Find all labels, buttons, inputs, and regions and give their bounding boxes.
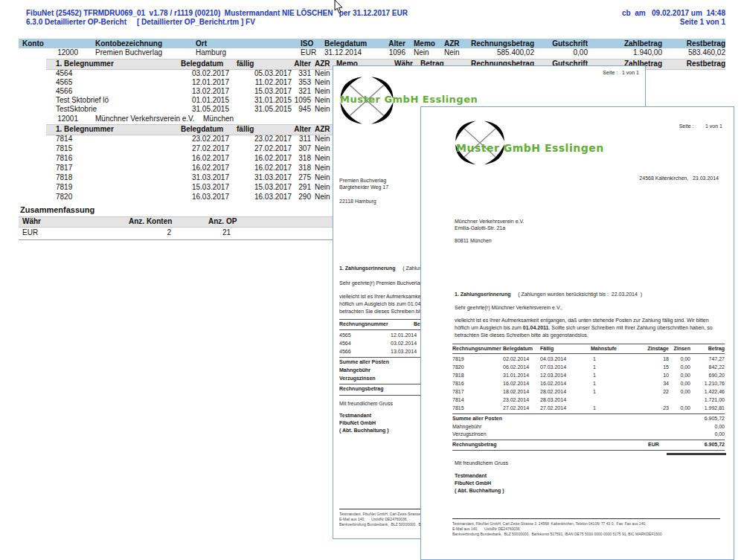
letter2-th-rechnungsnummer: Rechnungsnummer: [452, 346, 501, 351]
op-belegdatum: 16.02.2017: [179, 154, 229, 162]
letter2-logo-text: Muster GmbH Esslingen: [456, 142, 604, 154]
dun-row-nr: 7820: [452, 364, 464, 370]
dun-row-faellig: 27.02.2014: [540, 405, 566, 411]
letter2-total-label: Rechnungsbetrag: [452, 442, 497, 447]
op-alter: 275: [284, 173, 311, 181]
sub-col-azr: AZR: [315, 59, 330, 68]
op-azr: Nein: [315, 183, 330, 191]
op-belegnummer: 7816: [56, 154, 72, 162]
op-belegdatum: 12.01.2017: [179, 78, 229, 86]
letter1-row-beleg: 13.03.2014: [391, 349, 417, 354]
col-konto: Konto: [22, 39, 44, 48]
letter2-table-rule: [452, 450, 725, 451]
account-gutschrift: 0,00: [540, 48, 588, 57]
op-azr: Nein: [315, 135, 330, 143]
op-belegdatum: 01.01.2015: [179, 96, 229, 104]
op-azr: Nein: [315, 154, 330, 162]
letter2-th-faellig: Fällig: [540, 346, 554, 351]
op-azr: Nein: [315, 144, 330, 152]
op-alter: 318: [284, 154, 311, 162]
op-alter: 290: [284, 193, 311, 201]
letter2-signature-line: ( Abt. Buchhaltung ): [455, 488, 504, 493]
sub-col-faellig: fällig: [237, 59, 254, 68]
col-alter: Alter: [372, 39, 405, 48]
account-city: München: [203, 115, 234, 123]
op-belegnummer: 4565: [56, 78, 72, 86]
letter2-footer-line: Bankverbindung Bundesbank, BLZ 50000000,…: [452, 532, 662, 536]
account-city: Hamburg: [196, 48, 226, 57]
report-page-info: Seite 1 von 1: [680, 18, 725, 26]
dun-row-beleg: 18.02.2014: [503, 389, 529, 394]
op-belegnummer: 4564: [56, 69, 72, 77]
dun-row-faellig: 04.03.2014: [540, 356, 566, 361]
letter1-signature-line: ( Abt. Buchhaltung ): [339, 428, 389, 433]
sub-col-restbetrag: Restbetrag: [666, 59, 725, 68]
dun-row-betrag: 747,27: [680, 356, 725, 361]
letter1-row-nr: 4566: [339, 349, 351, 354]
report-print-info: cb am 09.02.2017 um 14:48: [622, 9, 725, 17]
op-faellig: 11.02.2017: [237, 78, 292, 86]
letter2-recipient-line: Emilia-Galotti-Str. 21a: [455, 225, 505, 231]
col-zahlbetrag: Zahlbetrag: [595, 39, 662, 48]
dun-row-betrag: 1.721,00: [680, 397, 725, 402]
op-faellig: 15.03.2017: [237, 87, 292, 95]
op-faellig: 27.02.2017: [237, 144, 292, 152]
op-belegdatum: 15.03.2017: [179, 183, 229, 191]
sub-col-alter: Alter: [284, 125, 311, 133]
dun-row-faellig: 16.02.2014: [540, 381, 566, 386]
account-iso: EUR: [301, 48, 316, 57]
op-alter: 321: [284, 87, 311, 95]
op-belegnummer: 7817: [56, 164, 72, 172]
letter1-total-label: Rechnungsbetrag: [339, 386, 384, 391]
dun-row-beleg: 27.02.2014: [503, 405, 529, 411]
col-belegdatum: Belegdatum: [324, 39, 367, 48]
op-faellig: 16.03.2017: [237, 193, 292, 201]
dun-row-nr: 7816: [452, 381, 464, 386]
letter2-footer-line: Testmandant, FibuNet GmbH, Carl-Zeiss-St…: [452, 521, 647, 526]
col-kontobezeichnung: Kontobezeichnung: [95, 39, 162, 48]
op-alter: 307: [284, 144, 311, 152]
letter2-recipient-line: 80811 München: [455, 238, 492, 243]
letter2-th-mahnstufe: Mahnstufe: [591, 346, 617, 351]
account-name: Münchner Verkehrsverein e.V.: [95, 115, 195, 123]
letter1-recipient-line: Bargteheider Weg 17: [339, 184, 388, 190]
letter-page-2[interactable]: Seite : 1 von 1 Muster GmbH Esslingen 24…: [420, 106, 734, 560]
letter1-closing: Mit freundlichem Gruss: [339, 401, 393, 406]
letter2-th-belegdatum: Belegdatum: [503, 346, 533, 351]
op-alter: 353: [284, 78, 311, 86]
dun-row-beleg: 23.02.2014: [503, 397, 529, 402]
dun-row-faellig: 07.03.2014: [540, 364, 566, 370]
sub-col-belegdatum: Belegdatum: [181, 59, 223, 68]
op-azr: Nein: [315, 193, 330, 201]
summary-title: Zusammenfassung: [20, 205, 94, 214]
letter2-subject-bold: 1. Zahlungserinnerung: [455, 292, 510, 297]
letter2-sum-value: 6.905,72: [650, 416, 725, 421]
letter1-sum-label: Summe aller Posten: [339, 359, 389, 364]
op-belegdatum: 16.02.2017: [179, 164, 229, 172]
letter1-row-beleg: 12.01.2014: [391, 332, 417, 338]
letter2-footer-rule: [452, 518, 720, 519]
op-belegnummer: Test Sktobrief lö: [56, 96, 109, 104]
report-title-line2: 6.3.0 Detaillierter OP-Bericht [ Detaill…: [26, 18, 255, 26]
op-faellig: 16.02.2017: [237, 154, 292, 162]
letter2-body-line: vielleicht ist es Ihrer Aufmerksamkeit e…: [455, 318, 709, 323]
sub-col-belegdatum: Belegdatum: [181, 125, 223, 133]
dun-row-betrag: 842,22: [680, 364, 725, 370]
op-alter: 1095: [284, 96, 311, 104]
account-name: Premien Buchverlag: [95, 48, 162, 57]
op-azr: Nein: [315, 87, 330, 95]
letter2-date-line: 24568 Kaltenkirchen, 23.03.2014: [639, 176, 719, 181]
dun-row-betrag: 1.422,46: [680, 389, 725, 394]
col-ort: Ort: [196, 39, 207, 48]
letter1-row-nr: 4565: [339, 332, 351, 338]
letter2-th-betrag: Betrag: [680, 346, 725, 351]
letter2-due-date: 01.04.2011: [523, 325, 549, 330]
summary-waehr: EUR: [22, 228, 38, 236]
dun-row-mahnstufe: 1: [593, 389, 596, 394]
dun-row-faellig: 28.02.2014: [540, 389, 566, 394]
op-belegdatum: 03.02.2017: [179, 69, 229, 77]
dun-row-betrag: 690,20: [680, 373, 725, 378]
dun-row-nr: 7815: [452, 405, 464, 411]
op-azr: Nein: [315, 105, 330, 113]
dun-row-mahnstufe: 1: [593, 364, 596, 370]
